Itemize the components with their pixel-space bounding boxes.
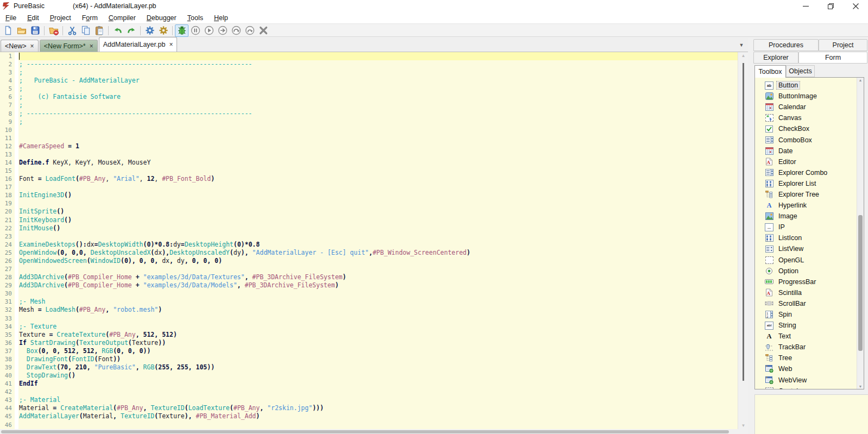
code-line[interactable]: 40 StopDrawing() [0,372,738,380]
scroll-down-icon[interactable]: ▼ [738,423,749,428]
tab-objects[interactable]: Objects [786,65,815,77]
compile-run-button[interactable] [143,24,156,37]
menu-tools[interactable]: Tools [182,13,209,23]
toolbox-scroll-up-icon[interactable]: ▲ [857,78,864,82]
tab-close-icon[interactable]: × [90,42,93,50]
code-line[interactable]: 8; -------------------------------------… [0,110,738,118]
code-line[interactable]: 14Define.f KeyX, KeyY, MouseX, MouseY [0,159,738,167]
menu-form[interactable]: Form [77,13,103,23]
toolbox-item-listview[interactable]: ListView [755,243,864,254]
toolbox-item-hyperlink[interactable]: AHyperlink [755,200,864,211]
redo-button[interactable] [124,24,138,37]
code-line[interactable]: 24ExamineDesktops():dx=DesktopWidth(0)*0… [0,241,738,249]
code-line[interactable]: 28Add3DArchive(#PB_Compiler_Home + "exam… [0,273,738,281]
copy-button[interactable] [79,24,92,37]
code-line[interactable]: 9; [0,118,738,126]
document-tab-addmateriallayer-pb[interactable]: AddMaterialLayer.pb× [99,37,178,52]
tab-close-icon[interactable]: × [169,41,173,48]
toolbox-item-explorer-tree[interactable]: Explorer Tree [755,189,864,200]
code-line[interactable]: 34;- Texture [0,323,738,331]
code-line[interactable]: 12#CameraSpeed = 1 [0,142,738,150]
code-line[interactable]: 26OpenWindowedScreen(WindowID(0), 0, 0, … [0,257,738,265]
code-line[interactable]: 41EndIf [0,380,738,388]
code-line[interactable]: 44Material = CreateMaterial(#PB_Any, Tex… [0,404,738,412]
run-button[interactable] [202,24,216,37]
code-line[interactable]: 30 [0,290,738,298]
toolbox-item-spin[interactable]: 12Spin [755,309,864,320]
editor-horizontal-scrollbar[interactable] [0,429,748,434]
tab-procedures[interactable]: Procedures [753,39,819,51]
document-tab-new[interactable]: <New>× [1,40,39,52]
toolbox-scroll-down-icon[interactable]: ▼ [857,385,864,388]
toolbox-item-opengl[interactable]: OpenGL [755,255,864,266]
menu-project[interactable]: Project [45,13,77,23]
save-file-button[interactable] [28,24,42,37]
toolbox-item-button[interactable]: abButton [755,80,864,91]
cut-button[interactable] [65,24,79,37]
toolbox-item-text[interactable]: AText [755,331,864,342]
toolbox-item-scrollbar[interactable]: ScrollBar [755,298,864,309]
toolbox-item-calendar[interactable]: Calendar [755,102,864,112]
step-out-button[interactable] [243,24,256,37]
toolbox-item-date[interactable]: Date [755,146,864,156]
toolbox-item-tree[interactable]: Tree [755,353,864,363]
code-line[interactable]: 19 [0,199,738,207]
editor-vscroll-thumb[interactable] [743,63,744,381]
code-line[interactable]: 27 [0,265,738,273]
tab-project[interactable]: Project [819,39,867,51]
editor-vertical-scrollbar[interactable]: ▲ ▼ [738,52,748,429]
toolbox-item-ip[interactable]: ...IP [755,222,864,232]
open-file-button[interactable] [15,24,28,37]
code-line[interactable]: 5; [0,85,738,93]
restore-button[interactable] [818,0,843,12]
toolbox-item-explorer-combo[interactable]: Explorer Combo [755,167,864,178]
code-line[interactable]: 13 [0,150,738,159]
tab-close-icon[interactable]: × [30,42,34,50]
toolbox-item-container[interactable]: Container [755,386,864,389]
toolbox-scrollbar[interactable]: ▲ ▼ [857,78,864,389]
code-line[interactable]: 10 [0,126,738,134]
toolbox-item-progressbar[interactable]: ProgressBar [755,276,864,287]
code-line[interactable]: 4; PureBasic - AddMaterialLayer [0,77,738,85]
code-line[interactable]: 16Font = LoadFont(#PB_Any, "Arial", 12, … [0,175,738,183]
step-over-button[interactable] [229,24,243,37]
code-line[interactable]: 38 DrawingFont(FontID(Font)) [0,355,738,363]
tab-list-dropdown-button[interactable]: ▼ [734,40,749,50]
code-line[interactable]: 35Texture = CreateTexture(#PB_Any, 512, … [0,331,738,339]
code-line[interactable]: 20InitSprite() [0,207,738,216]
step-button[interactable] [216,24,229,37]
toolbox-item-image[interactable]: Image [755,211,864,222]
new-file-button[interactable] [1,24,15,37]
toolbox-item-trackbar[interactable]: TrackBar [755,342,864,353]
menu-help[interactable]: Help [209,13,234,23]
code-line[interactable]: 37 Box(0, 0, 512, 512, RGB(0, 0, 0)) [0,347,738,355]
code-line[interactable]: 23 [0,232,738,241]
toolbox-item-editor[interactable]: AEditor [755,156,864,167]
code-line[interactable]: 46 [0,421,738,429]
paste-button[interactable] [92,24,106,37]
code-editor[interactable]: 12; ------------------------------------… [0,52,738,429]
scroll-up-icon[interactable]: ▲ [738,53,749,58]
code-line[interactable]: 43;- Material [0,396,738,404]
code-line[interactable]: 3; [0,68,738,77]
code-line[interactable]: 7; [0,101,738,109]
editor-hscroll-thumb[interactable] [1,430,729,433]
toolbox-item-option[interactable]: Option [755,266,864,276]
code-line[interactable]: 6; (c) Fantaisie Software [0,93,738,101]
tab-explorer[interactable]: Explorer [753,52,798,64]
code-line[interactable]: 33 [0,315,738,323]
toolbox-item-string[interactable]: ablString [755,320,864,331]
pause-button[interactable] [188,24,202,37]
code-line[interactable]: 45AddMaterialLayer(Material, TextureID(T… [0,412,738,420]
code-line[interactable]: 31;- Mesh [0,298,738,306]
menu-debugger[interactable]: Debugger [141,13,182,23]
debugger-button[interactable] [175,24,188,37]
toolbox-item-listicon[interactable]: ListIcon [755,232,864,243]
toolbox-list[interactable]: abButtonButtonImageCalendarCanvasCheckBo… [754,77,864,389]
toolbox-item-scintilla[interactable]: AScintilla [755,287,864,298]
code-line[interactable]: 21InitKeyboard() [0,216,738,224]
toolbox-scroll-thumb[interactable] [858,215,863,351]
code-line[interactable]: 36If StartDrawing(TextureOutput(Texture)… [0,339,738,347]
toolbox-item-buttonimage[interactable]: ButtonImage [755,91,864,102]
toolbox-item-checkbox[interactable]: CheckBox [755,123,864,134]
